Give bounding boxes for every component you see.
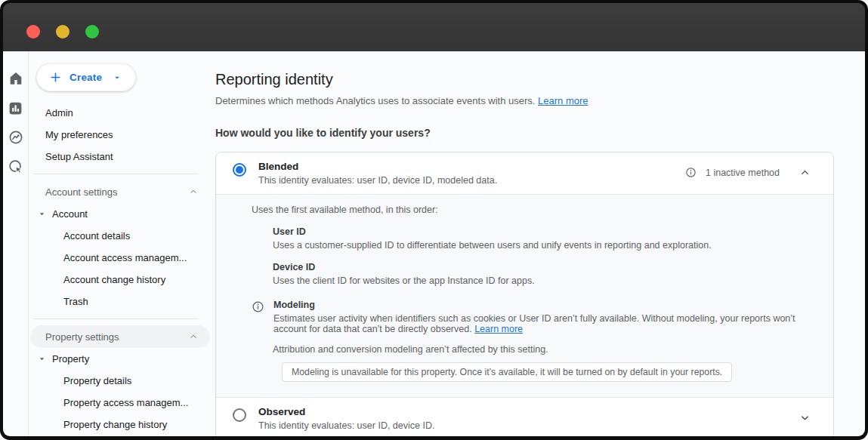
traffic-lights [26,25,99,38]
observed-option-right [789,406,811,423]
window-titlebar [3,3,865,51]
minimize-window-button[interactable] [56,25,70,38]
sidebar-item-my-preferences[interactable]: My preferences [29,124,212,146]
sidebar-item-account[interactable]: Account [29,203,212,225]
app-body: Create Admin My preferences Setup Assist… [3,51,865,436]
sidebar-item-property-details[interactable]: Property details [29,370,212,392]
admin-sidebar: Create Admin My preferences Setup Assist… [29,51,212,436]
method-device-id: Device ID Uses the client ID for website… [273,262,808,286]
blended-option-description: This identity evaluates: user ID, device… [258,175,497,186]
page-subtitle-text: Determines which methods Analytics uses … [215,95,535,106]
sidebar-divider [33,174,198,174]
close-window-button[interactable] [26,25,40,38]
sidebar-item-label: Trash [63,296,88,307]
modeling-description-text: Estimates user activity when identifiers… [273,313,795,334]
method-description: Uses a customer-supplied ID to different… [273,240,808,251]
caret-down-icon [38,355,46,363]
zoom-window-button[interactable] [85,25,99,38]
caret-down-icon [38,210,46,218]
reporting-identity-card: Blended This identity evaluates: user ID… [215,152,834,436]
observed-radio[interactable] [233,408,246,422]
blended-option-right: 1 inactive method [685,161,811,178]
sidebar-item-property-change-history[interactable]: Property change history [29,414,212,435]
blended-option-text: Blended This identity evaluates: user ID… [258,161,497,186]
info-icon [685,167,697,178]
explore-icon[interactable] [7,128,25,146]
nav-rail [3,51,29,436]
blended-radio[interactable] [233,163,246,177]
sidebar-item-label: Property access managem... [63,397,188,408]
section-header-label: Property settings [45,331,119,343]
sidebar-item-trash[interactable]: Trash [29,291,212,312]
sidebar-nav: Admin My preferences Setup Assistant Acc… [29,102,212,436]
app-window: Create Admin My preferences Setup Assist… [0,0,868,440]
sidebar-item-label: Account change history [63,274,165,285]
sidebar-item-label: Account details [63,230,130,242]
method-name: User ID [273,226,808,237]
sidebar-item-label: Account access managem... [63,252,187,263]
sidebar-item-label: Property details [63,375,131,386]
info-icon [252,300,264,334]
observed-option-description: This identity evaluates: user ID, device… [258,420,434,431]
create-button-label: Create [70,72,102,83]
modeling-learn-more-link[interactable]: Learn more [474,324,523,334]
method-user-id: User ID Uses a customer-supplied ID to d… [273,226,808,251]
blended-option-row[interactable]: Blended This identity evaluates: user ID… [216,152,833,194]
section-header-property-settings[interactable]: Property settings [30,325,210,348]
sidebar-item-label: Property change history [63,419,167,430]
section-header-label: Account settings [45,186,117,198]
chevron-down-icon[interactable] [799,412,811,423]
chevron-up-icon [189,187,198,196]
sidebar-item-label: Property [52,353,89,365]
observed-option-label: Observed [258,406,434,417]
method-modeling: Modeling Estimates user activity when id… [252,300,808,334]
sidebar-item-account-details[interactable]: Account details [29,225,212,247]
sidebar-item-setup-assistant[interactable]: Setup Assistant [29,146,212,168]
modeling-description: Estimates user activity when identifiers… [273,313,802,334]
sidebar-item-account-change-history[interactable]: Account change history [29,269,212,291]
sidebar-divider [33,318,198,319]
chevron-down-icon [113,73,122,82]
sidebar-item-account-access-management[interactable]: Account access managem... [29,247,212,269]
sidebar-item-property-access-management[interactable]: Property access managem... [29,392,212,414]
identify-users-question: How would you like to identify your user… [215,127,834,139]
observed-option-text: Observed This identity evaluates: user I… [258,406,434,431]
sidebar-item-label: My preferences [45,129,113,140]
home-icon[interactable] [7,69,25,88]
method-name: Device ID [273,262,808,272]
sidebar-item-label: Setup Assistant [45,151,113,162]
reports-icon[interactable] [7,99,25,117]
sidebar-item-property[interactable]: Property [29,348,212,370]
blended-expanded-body: Uses the first available method, in this… [216,194,833,398]
sidebar-item-scheduled-emails[interactable]: Scheduled emails [29,435,212,436]
chevron-up-icon[interactable] [799,167,811,178]
sidebar-item-label: Account [52,208,88,220]
modeling-text: Modeling Estimates user activity when id… [273,300,802,334]
inactive-method-badge: 1 inactive method [706,168,780,178]
chevron-up-icon [189,332,198,341]
blended-option-label: Blended [258,161,497,172]
main-content: Reporting identity Determines which meth… [212,51,865,436]
section-header-account-settings[interactable]: Account settings [30,180,210,203]
page-subtitle: Determines which methods Analytics uses … [215,95,834,106]
method-description: Uses the client ID for websites or the a… [273,275,808,286]
advertising-icon[interactable] [7,158,25,176]
modeling-unavailable-notice: Modeling is unavailable for this propert… [282,362,732,382]
sidebar-item-admin[interactable]: Admin [29,102,212,124]
sidebar-item-label: Admin [45,107,73,118]
method-name: Modeling [273,300,802,310]
method-order-intro: Uses the first available method, in this… [252,205,808,215]
create-button[interactable]: Create [36,63,136,91]
learn-more-link[interactable]: Learn more [538,95,588,106]
page-title: Reporting identity [215,71,834,88]
plus-icon [49,71,62,84]
modeling-note: Attribution and conversion modeling aren… [273,344,808,355]
observed-option-row[interactable]: Observed This identity evaluates: user I… [216,398,833,436]
